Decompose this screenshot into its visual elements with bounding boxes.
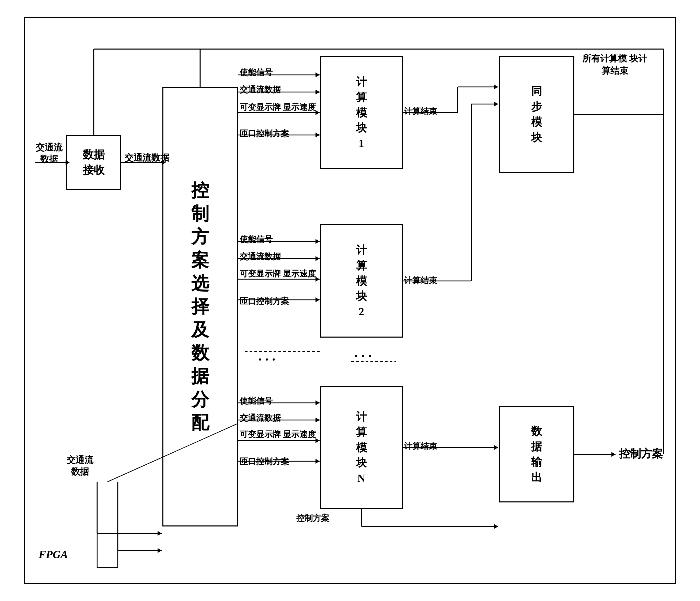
svg-marker-41 bbox=[494, 445, 498, 450]
label-traffic-bottom: 交通流 数据 bbox=[65, 454, 95, 478]
svg-marker-32 bbox=[315, 400, 320, 405]
block-calc1: 计 算 模 块 1 bbox=[320, 56, 403, 169]
data-receive-label: 数据 接收 bbox=[83, 147, 105, 178]
svg-marker-24 bbox=[315, 277, 320, 282]
svg-marker-14 bbox=[315, 133, 320, 137]
label-traffic-input: 交通流 数据 bbox=[32, 142, 66, 165]
sig-ramp-2: 匝口控制方案 bbox=[240, 296, 289, 307]
sig-ctrl-plan-N: 控制方案 bbox=[296, 513, 329, 524]
calc1-label: 计 算 模 块 1 bbox=[356, 74, 367, 151]
sig-vms-2: 可变显示牌 显示速度 bbox=[240, 269, 316, 279]
block-data-output: 数 据 输 出 bbox=[499, 406, 574, 502]
sig-enable-2: 使能信号 bbox=[240, 234, 273, 245]
block-calcN: 计 算 模 块 N bbox=[320, 386, 403, 509]
calc2-label: 计 算 模 块 2 bbox=[356, 242, 367, 319]
diagram-container: FPGA 数据 接收 控 制 方 案 选 择 及 数 据 分 配 计 算 模 块… bbox=[24, 17, 676, 584]
svg-marker-20 bbox=[315, 239, 320, 244]
svg-marker-47 bbox=[611, 452, 616, 457]
sig-traffic-2: 交通流数据 bbox=[240, 251, 281, 262]
block-calc2: 计 算 模 块 2 bbox=[320, 224, 403, 338]
label-traffic-flow: 交通流数据 bbox=[125, 152, 169, 164]
dots-1: · · · bbox=[355, 348, 372, 364]
calc-done-2: 计算结束 bbox=[404, 275, 437, 286]
label-ctrl-out: 控制方案 bbox=[619, 447, 663, 461]
block-control: 控 制 方 案 选 择 及 数 据 分 配 bbox=[162, 87, 238, 526]
svg-marker-53 bbox=[158, 548, 162, 553]
svg-marker-12 bbox=[315, 110, 320, 115]
svg-marker-44 bbox=[494, 524, 498, 529]
dots-2: · · · bbox=[259, 351, 276, 367]
svg-marker-50 bbox=[158, 531, 162, 536]
svg-marker-30 bbox=[494, 102, 498, 106]
svg-marker-10 bbox=[315, 90, 320, 94]
block-data-receive: 数据 接收 bbox=[66, 135, 121, 190]
data-output-label: 数 据 输 出 bbox=[531, 423, 542, 485]
sig-traffic-N: 交通流数据 bbox=[240, 412, 281, 423]
calc-done-1: 计算结束 bbox=[404, 106, 437, 117]
sig-vms-1: 可变显示牌 显示速度 bbox=[240, 102, 316, 112]
sig-enable-N: 使能信号 bbox=[240, 395, 273, 406]
calcN-label: 计 算 模 块 N bbox=[356, 409, 367, 486]
sig-ramp-N: 匝口控制方案 bbox=[240, 456, 289, 467]
svg-marker-34 bbox=[315, 418, 320, 422]
svg-marker-36 bbox=[315, 438, 320, 443]
sync-label: 同 步 模 块 bbox=[531, 83, 542, 145]
calc-done-N: 计算结束 bbox=[404, 441, 437, 452]
label-all-done: 所有计算模 块计算结束 bbox=[581, 53, 649, 78]
fpga-label: FPGA bbox=[39, 547, 68, 562]
sig-enable-1: 使能信号 bbox=[240, 67, 273, 78]
block-sync: 同 步 模 块 bbox=[499, 56, 574, 173]
svg-marker-26 bbox=[315, 297, 320, 302]
sig-traffic-1: 交通流数据 bbox=[240, 84, 281, 95]
sig-vms-N: 可变显示牌 显示速度 bbox=[240, 430, 316, 440]
svg-marker-8 bbox=[315, 72, 320, 77]
svg-marker-18 bbox=[494, 84, 498, 89]
svg-marker-38 bbox=[315, 459, 320, 464]
sig-ramp-1: 匝口控制方案 bbox=[240, 128, 289, 139]
svg-marker-22 bbox=[315, 256, 320, 261]
control-label: 控 制 方 案 选 择 及 数 据 分 配 bbox=[191, 179, 209, 434]
